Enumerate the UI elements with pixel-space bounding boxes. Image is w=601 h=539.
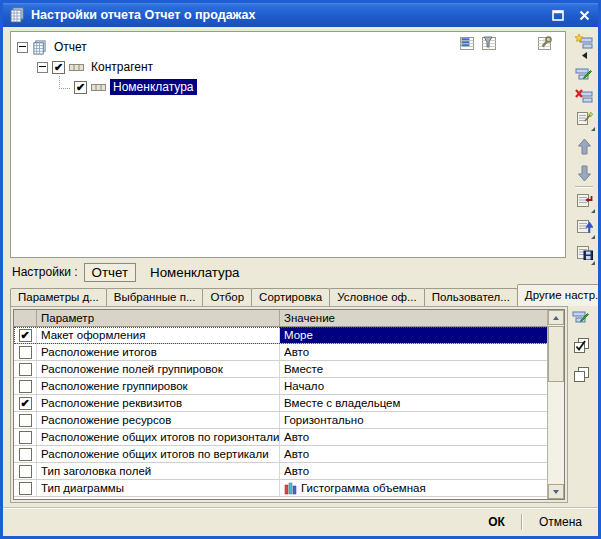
row-checkbox[interactable] <box>19 346 32 359</box>
maximize-button[interactable] <box>550 7 566 23</box>
cancel-button[interactable]: Отмена <box>533 513 588 531</box>
other-settings-panel: Параметр Значение ✔ Макет оформления Мор… <box>10 306 568 503</box>
tab-filter[interactable]: Отбор <box>202 288 252 306</box>
table-header[interactable]: Параметр Значение <box>14 310 548 327</box>
settings-page-report-button[interactable]: Отчет <box>84 263 137 282</box>
tab-conditional-formatting[interactable]: Условное оф... <box>329 288 424 306</box>
settings-tabs: Параметры д... Выбранные п... Отбор Сорт… <box>10 285 601 306</box>
table-row-clipped <box>14 497 548 500</box>
value-column-header[interactable]: Значение <box>280 310 548 326</box>
tree-item-label: Отчет <box>51 39 90 55</box>
value-cell[interactable]: Авто <box>280 463 548 479</box>
check-all-icon[interactable] <box>573 337 590 354</box>
move-up-icon[interactable] <box>574 137 594 155</box>
param-cell[interactable]: Расположение итогов <box>37 344 280 360</box>
value-text: Гистограмма объемная <box>301 482 426 494</box>
tab-other-settings[interactable]: Другие настр... <box>517 284 601 306</box>
param-cell[interactable]: Расположение ресурсов <box>37 412 280 428</box>
edit-group-icon[interactable] <box>574 65 594 83</box>
report-wizard-icon[interactable] <box>574 110 594 128</box>
group-field-icon <box>69 63 84 72</box>
row-checkbox[interactable] <box>19 431 32 444</box>
table-row[interactable]: ✔ Макет оформления Море <box>14 327 548 344</box>
settings-table[interactable]: Параметр Значение ✔ Макет оформления Мор… <box>13 309 565 500</box>
table-row[interactable]: Расположение итогов Авто <box>14 344 548 361</box>
param-column-header[interactable]: Параметр <box>37 310 280 326</box>
save-settings-icon[interactable] <box>574 244 594 262</box>
dropdown-marker-icon[interactable] <box>574 51 594 59</box>
close-button[interactable] <box>576 7 592 23</box>
load-settings-icon[interactable] <box>574 218 594 236</box>
value-cell[interactable]: Гистограмма объемная <box>280 480 548 496</box>
table-row[interactable]: Расположение общих итогов по вертикали А… <box>14 446 548 463</box>
bar-chart-icon <box>284 482 297 495</box>
checkbox-column-header[interactable] <box>14 310 37 326</box>
window-title: Настройки отчета Отчет о продажах <box>31 8 256 22</box>
param-cell[interactable]: Расположение реквизитов <box>37 395 280 411</box>
param-cell[interactable]: Макет оформления <box>37 327 280 343</box>
row-checkbox[interactable] <box>19 482 32 495</box>
value-cell[interactable]: Вместе с владельцем <box>280 395 548 411</box>
value-cell[interactable]: Начало <box>280 378 548 394</box>
group-field-icon <box>91 83 106 92</box>
add-group-icon[interactable] <box>574 33 594 51</box>
restore-settings-icon[interactable] <box>574 192 594 210</box>
toolbar-separator <box>575 186 593 188</box>
table-row[interactable]: Расположение полей группировок Вместе <box>14 361 548 378</box>
row-checkbox[interactable]: ✔ <box>19 329 32 342</box>
table-row[interactable]: Расположение группировок Начало <box>14 378 548 395</box>
tab-sorting[interactable]: Сортировка <box>251 288 330 306</box>
tree-item-checkbox[interactable]: ✔ <box>74 81 87 94</box>
toolbar-spacer <box>503 35 531 51</box>
report-icon <box>32 40 47 55</box>
param-cell[interactable]: Расположение общих итогов по горизонтали <box>37 429 280 445</box>
row-checkbox[interactable] <box>19 380 32 393</box>
param-cell[interactable]: Расположение полей группировок <box>37 361 280 377</box>
tab-user-fields[interactable]: Пользовател... <box>424 288 518 306</box>
structure-settings-icon[interactable] <box>537 35 553 51</box>
vertical-scrollbar[interactable] <box>547 310 564 499</box>
delete-group-icon[interactable] <box>574 87 594 105</box>
title-bar[interactable]: Настройки отчета Отчет о продажах <box>3 3 598 27</box>
param-cell[interactable]: Расположение общих итогов по вертикали <box>37 446 280 462</box>
value-cell[interactable]: Горизонтально <box>280 412 548 428</box>
edit-value-icon[interactable] <box>572 309 590 325</box>
uncheck-all-icon[interactable] <box>573 366 590 383</box>
ok-button[interactable]: ОК <box>482 513 511 531</box>
settings-page-nomenclature-button[interactable]: Номенклатура <box>142 263 247 282</box>
value-cell[interactable]: Авто <box>280 344 548 360</box>
row-checkbox[interactable] <box>19 363 32 376</box>
tree-item-checkbox[interactable]: ✔ <box>52 61 65 74</box>
value-cell[interactable]: Авто <box>280 429 548 445</box>
scroll-down-button[interactable] <box>548 484 564 499</box>
tab-selected-fields[interactable]: Выбранные п... <box>106 288 204 306</box>
param-cell[interactable]: Расположение группировок <box>37 378 280 394</box>
table-row[interactable]: Расположение общих итогов по горизонтали… <box>14 429 548 446</box>
tree-item-nomenklatura[interactable]: ✔ Номенклатура <box>59 78 565 96</box>
filter-table-icon[interactable] <box>481 35 497 51</box>
scroll-thumb[interactable] <box>548 326 564 382</box>
row-checkbox[interactable]: ✔ <box>19 397 32 410</box>
tree-item-label: Номенклатура <box>110 79 197 95</box>
move-down-icon[interactable] <box>574 164 594 182</box>
param-cell[interactable]: Тип заголовка полей <box>37 463 280 479</box>
value-cell[interactable]: Море <box>280 327 548 343</box>
collapse-expander-icon[interactable] <box>37 62 48 73</box>
collapse-expander-icon[interactable] <box>17 42 28 53</box>
tab-parameters[interactable]: Параметры д... <box>10 288 107 306</box>
value-cell[interactable]: Авто <box>280 446 548 462</box>
row-checkbox[interactable] <box>19 448 32 461</box>
table-row[interactable]: Тип заголовка полей Авто <box>14 463 548 480</box>
scroll-up-button[interactable] <box>548 310 564 325</box>
table-row[interactable]: ✔ Расположение реквизитов Вместе с владе… <box>14 395 548 412</box>
dialog-footer: ОК Отмена <box>3 507 598 536</box>
tree-item-kontragent[interactable]: ✔ Контрагент <box>37 58 565 76</box>
value-cell[interactable]: Вместе <box>280 361 548 377</box>
table-row[interactable]: Расположение ресурсов Горизонтально <box>14 412 548 429</box>
param-cell[interactable]: Тип диаграммы <box>37 480 280 496</box>
report-structure-tree[interactable]: Отчет ✔ Контрагент ✔ Номенклатур <box>10 31 566 258</box>
row-checkbox[interactable] <box>19 414 32 427</box>
grouping-fields-icon[interactable] <box>459 35 475 51</box>
table-row[interactable]: Тип диаграммы Гистограмма объемная <box>14 480 548 497</box>
row-checkbox[interactable] <box>19 465 32 478</box>
